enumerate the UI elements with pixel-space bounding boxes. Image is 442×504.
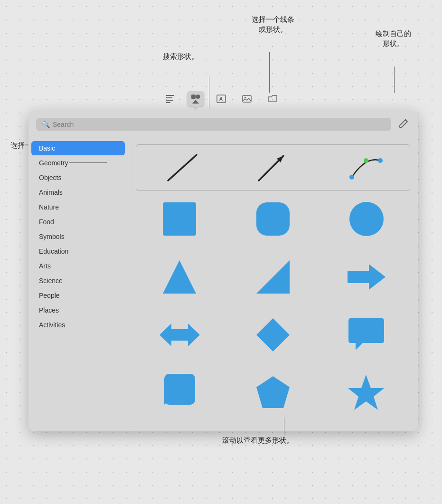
search-input[interactable] (53, 121, 386, 128)
sidebar-item-education[interactable]: Education (31, 244, 125, 258)
svg-rect-3 (166, 102, 170, 103)
svg-rect-9 (243, 95, 251, 102)
shape-pentagon[interactable] (229, 367, 317, 419)
annotation-search-line (209, 76, 209, 109)
sidebar-item-arts[interactable]: Arts (31, 259, 125, 273)
shape-callout-rect[interactable] (136, 367, 224, 419)
sidebar-item-symbols[interactable]: Symbols (31, 229, 125, 244)
scroll-indicator-line (284, 417, 284, 436)
sidebar-item-animals[interactable]: Animals (31, 185, 125, 200)
svg-point-16 (364, 158, 368, 163)
sidebar: Basic Geometry Objects Animals Nature Fo… (28, 137, 128, 431)
annotation-select-line (269, 52, 270, 93)
svg-marker-29 (348, 375, 384, 410)
svg-rect-18 (163, 202, 196, 236)
shapes-area (128, 137, 418, 431)
annotation-draw-line (394, 67, 395, 93)
svg-point-11 (405, 119, 406, 120)
shape-arrow-right[interactable] (322, 251, 410, 303)
sidebar-item-science[interactable]: Science (31, 274, 125, 288)
sidebar-item-places[interactable]: Places (31, 303, 125, 317)
sidebar-item-basic[interactable]: Basic (31, 141, 125, 155)
shape-rounded-rect[interactable] (229, 193, 317, 245)
svg-marker-21 (163, 260, 196, 294)
textbox-button[interactable]: A (213, 91, 230, 106)
svg-point-17 (378, 158, 383, 163)
shape-diamond[interactable] (229, 309, 317, 361)
sidebar-item-nature[interactable]: Nature (31, 200, 125, 214)
sidebar-item-activities[interactable]: Activities (31, 318, 125, 332)
svg-line-12 (168, 155, 197, 181)
shape-curved-line[interactable] (321, 149, 406, 187)
svg-text:A: A (219, 96, 223, 102)
shape-double-arrow[interactable] (136, 309, 224, 361)
svg-marker-6 (192, 100, 199, 104)
text-button[interactable] (161, 91, 179, 106)
lines-section (136, 144, 410, 191)
sidebar-item-geometry[interactable]: Geometry (31, 156, 125, 170)
svg-marker-25 (256, 318, 290, 352)
svg-marker-23 (348, 264, 386, 290)
svg-point-20 (349, 202, 384, 236)
folder-button[interactable] (264, 91, 281, 106)
image-button[interactable] (238, 91, 255, 106)
shape-square[interactable] (136, 193, 224, 245)
shape-star[interactable] (322, 367, 410, 419)
search-icon: 🔍 (42, 121, 50, 128)
svg-rect-2 (166, 100, 173, 101)
shape-circle[interactable] (322, 193, 410, 245)
shape-diagonal-line[interactable] (140, 149, 225, 187)
annotation-category-line (69, 162, 107, 163)
svg-marker-24 (160, 323, 200, 346)
toolbar: A (161, 91, 281, 106)
sidebar-item-objects[interactable]: Objects (31, 171, 125, 185)
shape-triangle[interactable] (136, 251, 224, 303)
svg-point-10 (245, 97, 246, 98)
shape-speech-bubble[interactable] (322, 309, 410, 361)
shape-right-triangle[interactable] (229, 251, 317, 303)
svg-point-5 (196, 95, 200, 99)
svg-point-15 (349, 175, 354, 180)
svg-marker-22 (256, 260, 290, 294)
shape-arrow-line[interactable] (231, 149, 316, 187)
svg-rect-0 (166, 95, 174, 96)
panel-body: Basic Geometry Objects Animals Nature Fo… (28, 137, 418, 431)
sidebar-item-people[interactable]: People (31, 288, 125, 303)
svg-rect-4 (191, 95, 196, 99)
svg-rect-19 (256, 202, 290, 236)
svg-marker-28 (256, 376, 290, 408)
search-input-wrap[interactable]: 🔍 (36, 118, 391, 131)
shapes-button[interactable] (187, 91, 204, 106)
svg-rect-1 (166, 97, 172, 98)
search-bar: 🔍 (28, 110, 418, 137)
shapes-panel: 🔍 Basic Geometry Objects Animals Nature … (28, 110, 418, 431)
pen-button[interactable] (395, 117, 410, 132)
shapes-grid (136, 193, 410, 419)
sidebar-item-food[interactable]: Food (31, 215, 125, 229)
